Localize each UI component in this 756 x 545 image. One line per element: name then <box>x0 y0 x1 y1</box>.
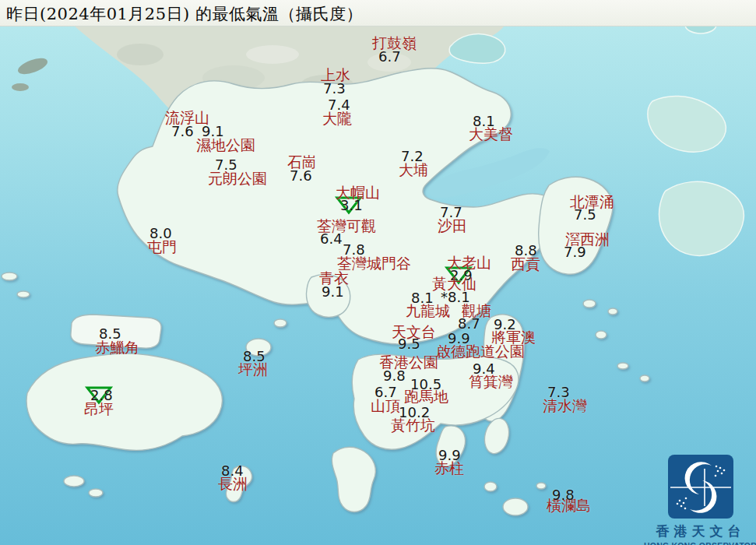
islet-po-toi <box>503 498 528 515</box>
station-value: 7.8 <box>343 243 365 257</box>
station-value: 10.2 <box>399 406 430 420</box>
station-value: 7.3 <box>547 385 570 399</box>
station-value: 7.7 <box>440 206 462 220</box>
station-value: 9.1 <box>202 125 224 139</box>
islet <box>640 375 649 382</box>
station-label: 昂坪 <box>84 402 114 417</box>
page-title: 昨日(2024年01月25日) 的最低氣溫（攝氏度） <box>6 3 363 25</box>
station-label: 沙田 <box>438 219 467 234</box>
station-label: 大埔 <box>399 163 428 178</box>
station-label: 濕地公園 <box>196 138 255 153</box>
station-value: 6.7 <box>378 50 401 64</box>
islet <box>484 482 497 491</box>
islet <box>596 331 607 339</box>
station-value: 9.9 <box>438 448 461 462</box>
station-value: 8.5 <box>243 350 265 364</box>
islet <box>64 476 84 487</box>
station-value: 8.1 <box>473 114 495 128</box>
deep-bay-islet <box>12 83 29 91</box>
islet <box>583 300 596 308</box>
station-value: 9.4 <box>473 362 495 376</box>
station-value: 10.5 <box>410 378 441 392</box>
hko-logo-chinese: 香港天文台 <box>644 522 756 540</box>
station-value: 9.8 <box>383 369 406 383</box>
station-value: 8.5 <box>99 327 121 341</box>
station-value: 2.8 <box>90 389 113 403</box>
islet-waglan <box>536 483 546 489</box>
islet <box>617 363 628 369</box>
station-value: 7.5 <box>574 208 596 222</box>
hko-emblem-icon <box>668 455 733 520</box>
station-value: 6.7 <box>374 385 397 399</box>
station-value: 8.0 <box>149 227 172 241</box>
station-value: 7.6 <box>290 169 312 183</box>
station-label: 清水灣 <box>543 399 587 413</box>
station-value: 7.5 <box>215 158 237 172</box>
station-value: 3.1 <box>340 199 363 213</box>
station-value: 7.2 <box>401 149 424 164</box>
station-value: 7.6 <box>171 125 194 139</box>
islet <box>608 308 617 315</box>
station-value: 9.8 <box>552 488 575 502</box>
islet <box>2 272 17 280</box>
station-value: 7.3 <box>323 82 346 96</box>
station-value: 6.4 <box>320 232 343 246</box>
min-temperature-map-screen: 昨日(2024年01月25日) 的最低氣溫（攝氏度） 打鼓嶺6.7上水7.3大隴… <box>0 0 756 545</box>
station-value: 8.8 <box>515 244 537 258</box>
islet <box>274 319 287 327</box>
station-value: 7.4 <box>328 98 350 112</box>
station-value: 9.1 <box>322 285 344 299</box>
islet <box>17 291 30 297</box>
station-label: 元朗公園 <box>208 171 267 186</box>
station-value: 8.4 <box>221 464 244 478</box>
station-label: 屯門 <box>147 240 177 255</box>
station-value: 9.9 <box>448 332 470 346</box>
station-label: 大隴 <box>322 111 352 126</box>
station-value: 8.7 <box>458 317 480 331</box>
station-label: 山頂 <box>371 399 400 413</box>
hko-logo-english: HONG KONG OBSERVATORY <box>644 541 756 545</box>
station-value: 9.2 <box>494 318 516 332</box>
station-label: 赤鱲角 <box>95 340 139 355</box>
hko-logo: 香港天文台 HONG KONG OBSERVATORY <box>644 455 756 545</box>
islet <box>89 489 103 497</box>
station-label: 西貢 <box>511 257 540 272</box>
title-band: 昨日(2024年01月25日) 的最低氣溫（攝氏度） <box>0 0 756 26</box>
hong-kong-map <box>0 0 756 545</box>
station-value: 7.9 <box>564 245 586 259</box>
station-value: 9.5 <box>398 337 420 351</box>
station-value: 8.1 <box>411 291 434 305</box>
